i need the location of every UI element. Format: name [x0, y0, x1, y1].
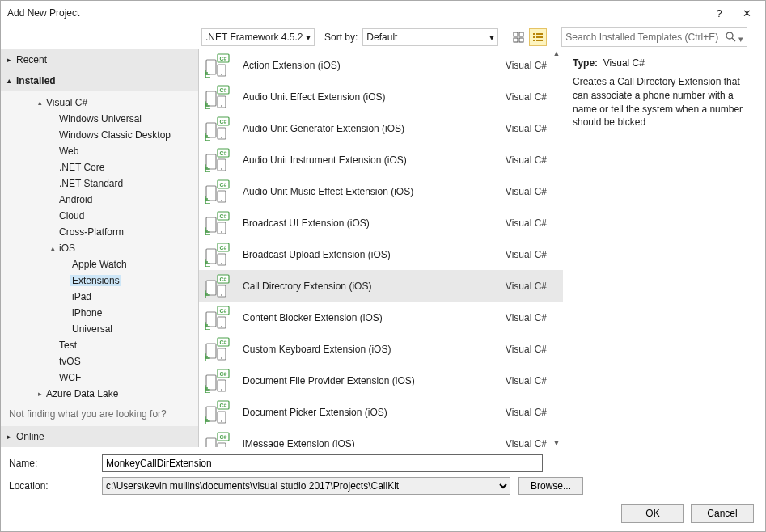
tree-arrow-icon: ▴	[48, 244, 57, 252]
template-icon: C#	[204, 147, 235, 173]
tree-item-android[interactable]: Android	[1, 192, 198, 208]
template-language: Visual C#	[506, 375, 552, 386]
template-row[interactable]: C#Custom Keyboard Extension (iOS)Visual …	[199, 333, 563, 365]
template-row[interactable]: C#Audio Unit Instrument Extension (iOS)V…	[199, 144, 563, 175]
svg-rect-3	[519, 38, 523, 42]
tree-item-label: Web	[57, 146, 80, 157]
sidebar-section-online[interactable]: ▸ Online	[1, 426, 198, 447]
sidebar-section-recent[interactable]: ▸ Recent	[1, 49, 198, 70]
tree-item-ipad[interactable]: iPad	[1, 289, 198, 305]
tree-item-universal[interactable]: Universal	[1, 321, 198, 337]
template-language: Visual C#	[506, 249, 552, 260]
tree-item-windows-classic-desktop[interactable]: Windows Classic Desktop	[1, 127, 198, 143]
template-row[interactable]: C#Broadcast UI Extension (iOS)Visual C#	[199, 207, 563, 239]
tree-item-label: Visual C#	[44, 97, 89, 108]
tree-item-iphone[interactable]: iPhone	[1, 305, 198, 321]
tree-item-wcf[interactable]: WCF	[1, 369, 198, 386]
template-row[interactable]: C#Broadcast Upload Extension (iOS)Visual…	[199, 239, 563, 270]
template-row[interactable]: C#Audio Unit Generator Extension (iOS)Vi…	[199, 112, 563, 144]
tree-item-azure-data-lake[interactable]: ▸Azure Data Lake	[1, 386, 198, 402]
svg-text:C#: C#	[220, 150, 227, 156]
details-pane: Type: Visual C# Creates a Call Directory…	[563, 49, 765, 447]
template-row[interactable]: C#Call Directory Extension (iOS)Visual C…	[199, 270, 563, 302]
tree-item-label: Apple Watch	[70, 259, 129, 270]
template-language: Visual C#	[506, 154, 552, 166]
not-finding-link[interactable]: Not finding what you are looking for?	[1, 402, 198, 426]
tree-item-web[interactable]: Web	[1, 143, 198, 159]
footer: Name: Location: c:\Users\kevin mullins\d…	[1, 447, 765, 531]
tree-item-test[interactable]: Test	[1, 337, 198, 353]
svg-rect-2	[514, 38, 518, 42]
svg-text:C#: C#	[220, 213, 227, 219]
template-language: Visual C#	[506, 344, 552, 355]
template-row[interactable]: C#Action Extension (iOS)Visual C#	[199, 49, 563, 81]
sidebar-section-label: Online	[16, 431, 44, 442]
tree-item-label: Universal	[70, 323, 114, 335]
browse-button[interactable]: Browse...	[518, 477, 583, 495]
template-row[interactable]: C#iMessage Extension (iOS)Visual C#	[199, 428, 563, 447]
view-list-button[interactable]	[529, 28, 547, 46]
project-name-input[interactable]	[102, 454, 543, 472]
tree-item-label: Cloud	[57, 210, 86, 222]
scroll-up-icon[interactable]: ▲	[553, 49, 561, 57]
search-icon: ▾	[725, 31, 743, 44]
ok-button[interactable]: OK	[621, 504, 684, 523]
tree-item-tvos[interactable]: tvOS	[1, 353, 198, 369]
tree-item-windows-universal[interactable]: Windows Universal	[1, 111, 198, 127]
template-row[interactable]: C#Content Blocker Extension (iOS)Visual …	[199, 302, 563, 333]
view-medium-icons-button[interactable]	[510, 28, 527, 46]
tree-item-label: .NET Core	[57, 162, 106, 173]
details-type: Type: Visual C#	[573, 57, 755, 69]
location-label: Location:	[9, 480, 94, 492]
view-buttons	[510, 28, 547, 46]
help-icon[interactable]: ?	[707, 4, 731, 22]
scrollbar[interactable]: ▲ ▼	[550, 49, 563, 447]
sort-value: Default	[366, 32, 397, 43]
template-list: C#Action Extension (iOS)Visual C#C#Audio…	[199, 49, 563, 447]
close-icon[interactable]: ✕	[734, 4, 759, 22]
svg-point-51	[221, 294, 222, 296]
svg-point-71	[221, 420, 222, 422]
template-language: Visual C#	[506, 60, 552, 71]
main-area: ▸ Recent ▴ Installed ▴Visual C#Windows U…	[1, 49, 765, 447]
tree-item-cross-platform[interactable]: Cross-Platform	[1, 224, 198, 240]
template-row[interactable]: C#Audio Unit Music Effect Extension (iOS…	[199, 175, 563, 207]
tree-item--net-core[interactable]: .NET Core	[1, 159, 198, 175]
template-name: Audio Unit Instrument Extension (iOS)	[243, 154, 497, 166]
window-title: Add New Project	[7, 7, 79, 19]
tree-item-extensions[interactable]: Extensions	[1, 272, 198, 289]
tree-item-label: Azure Data Lake	[44, 388, 120, 399]
framework-select[interactable]: .NET Framework 4.5.2 ▾	[201, 28, 315, 46]
chevron-right-icon: ▸	[7, 433, 11, 441]
tree-item-cloud[interactable]: Cloud	[1, 208, 198, 224]
type-value: Visual C#	[603, 57, 645, 69]
template-language: Visual C#	[506, 91, 552, 103]
tree-item-label: iOS	[57, 243, 77, 254]
tree-item--net-standard[interactable]: .NET Standard	[1, 175, 198, 192]
tree-item-visual-c-[interactable]: ▴Visual C#	[1, 95, 198, 111]
template-icon: C#	[204, 336, 235, 362]
scroll-down-icon[interactable]: ▼	[553, 439, 561, 447]
tree-item-apple-watch[interactable]: Apple Watch	[1, 256, 198, 272]
template-icon: C#	[204, 84, 235, 110]
tree-item-ios[interactable]: ▴iOS	[1, 240, 198, 256]
template-row[interactable]: C#Document Picker Extension (iOS)Visual …	[199, 396, 563, 428]
tree-item-label: .NET Standard	[57, 178, 125, 189]
sort-select[interactable]: Default ▾	[362, 28, 498, 46]
sidebar-section-label: Installed	[16, 75, 56, 87]
toolbar: .NET Framework 4.5.2 ▾ Sort by: Default …	[1, 25, 765, 49]
framework-value: .NET Framework 4.5.2	[205, 32, 303, 43]
svg-rect-4	[533, 33, 535, 35]
chevron-down-icon: ▾	[489, 32, 494, 43]
sort-by-label: Sort by:	[324, 32, 358, 43]
template-icon: C#	[204, 210, 235, 236]
template-row[interactable]: C#Document File Provider Extension (iOS)…	[199, 365, 563, 396]
template-language: Visual C#	[506, 407, 552, 418]
location-select[interactable]: c:\Users\kevin mullins\documents\visual …	[102, 477, 510, 495]
search-input[interactable]: Search Installed Templates (Ctrl+E) ▾	[561, 27, 747, 47]
cancel-button[interactable]: Cancel	[691, 504, 754, 523]
template-row[interactable]: C#Audio Unit Effect Extension (iOS)Visua…	[199, 81, 563, 112]
template-icon: C#	[204, 305, 235, 331]
template-name: Audio Unit Music Effect Extension (iOS)	[243, 186, 497, 197]
sidebar-section-installed[interactable]: ▴ Installed	[1, 70, 198, 91]
